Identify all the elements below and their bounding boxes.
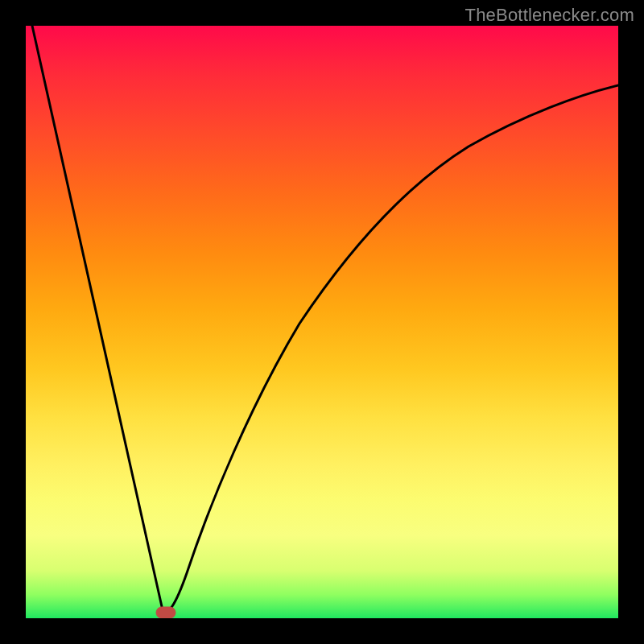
chart-svg xyxy=(26,26,618,618)
chart-frame: TheBottlenecker.com xyxy=(0,0,644,644)
chart-plot-area xyxy=(26,26,618,618)
watermark-text: TheBottlenecker.com xyxy=(465,5,634,26)
minimum-marker xyxy=(156,607,175,618)
bottleneck-curve-path xyxy=(32,26,618,612)
